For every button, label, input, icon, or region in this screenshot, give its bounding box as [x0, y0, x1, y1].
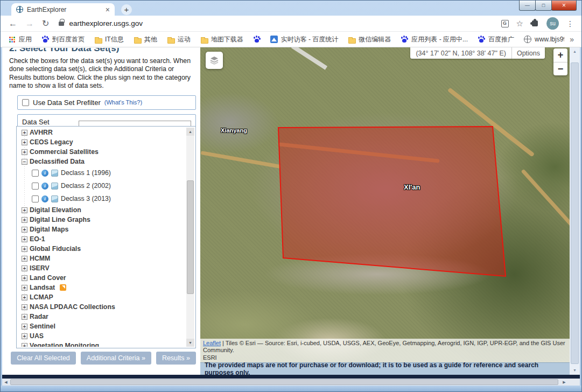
expand-icon[interactable]: + [22, 333, 27, 339]
expand-icon[interactable]: + [22, 256, 27, 262]
expand-icon[interactable]: + [22, 217, 27, 223]
bookmark-item[interactable] [253, 36, 261, 43]
bookmark-star-icon[interactable]: ☆ [516, 19, 523, 29]
info-icon[interactable] [41, 195, 48, 202]
address-bar[interactable]: earthexplorer.usgs.gov [69, 19, 501, 27]
bookmark-item[interactable]: 微信编辑器 [348, 35, 391, 44]
expand-icon[interactable]: + [22, 207, 27, 213]
extensions-icon[interactable] [532, 20, 538, 26]
expand-icon[interactable]: + [22, 304, 27, 310]
browser-tab[interactable]: EarthExplorer × [11, 3, 115, 16]
tree-scroll-down-icon[interactable]: ▼ [186, 339, 194, 347]
reload-icon[interactable]: ↻ [42, 19, 49, 28]
dataset-checkbox[interactable] [32, 170, 39, 177]
tree-scroll-thumb[interactable] [187, 180, 194, 295]
lock-icon[interactable] [59, 22, 64, 26]
tree-category[interactable]: +Vegetation Monitoring [20, 341, 186, 347]
tree-scroll-up-icon[interactable]: ▲ [186, 128, 194, 136]
zoom-out-button[interactable]: − [553, 62, 567, 75]
bookmark-item[interactable]: 应用列表 - 应用中... [401, 35, 468, 44]
results-button[interactable]: Results » [156, 352, 196, 365]
scroll-down-icon[interactable]: ▼ [570, 366, 580, 375]
tree-category[interactable]: +EO-1 [20, 234, 186, 244]
bookmark-item[interactable]: www.lbjs99.com [524, 36, 564, 43]
bookmark-item[interactable]: IT信息 [94, 35, 124, 44]
horizontal-scroll-thumb[interactable] [10, 379, 558, 385]
dataset-thumbnail-icon[interactable] [51, 170, 58, 177]
tree-category[interactable]: +AVHRR [20, 128, 186, 137]
expand-icon[interactable]: + [22, 246, 27, 252]
tree-category[interactable]: +Radar [20, 312, 186, 321]
bookmark-item[interactable]: 到百度首页 [41, 35, 85, 44]
selection-polygon[interactable] [278, 127, 506, 276]
bookmark-item[interactable]: 运动 [167, 35, 191, 44]
browser-menu-icon[interactable]: ⋮ [566, 19, 574, 28]
bookmarks-overflow-icon[interactable]: » [570, 35, 574, 44]
tree-dataset-row[interactable]: Declass 3 (2013) [32, 192, 186, 205]
page-vertical-scrollbar[interactable]: ▲ ▼ [570, 47, 580, 375]
expand-icon[interactable]: + [22, 324, 27, 330]
tree-category[interactable]: +Commercial Satellites [20, 147, 186, 157]
expand-icon[interactable]: + [22, 236, 27, 242]
leaflet-link[interactable]: Leaflet [203, 340, 221, 346]
tree-category[interactable]: +HCMM [20, 254, 186, 263]
info-icon[interactable] [41, 183, 48, 190]
close-button[interactable]: × [551, 1, 577, 11]
tree-category[interactable]: +CEOS Legacy [20, 137, 186, 147]
additional-criteria-button[interactable]: Additional Criteria » [81, 352, 151, 365]
profile-avatar[interactable]: su [546, 17, 559, 30]
dataset-checkbox[interactable] [32, 183, 39, 190]
tree-category[interactable]: +Landsat [20, 283, 186, 292]
map-pane[interactable]: XianyangXI'an (34° 17' 02" N, 108° 38' 4… [200, 47, 570, 375]
dataset-thumbnail-icon[interactable] [51, 183, 58, 190]
tree-dataset-row[interactable]: Declass 2 (2002) [32, 179, 186, 192]
new-tab-button[interactable]: + [121, 4, 132, 15]
bookmark-item[interactable]: 实时访客 - 百度统计 [270, 35, 339, 44]
minimize-button[interactable]: — [519, 1, 536, 11]
info-icon[interactable] [41, 170, 48, 177]
tree-category[interactable]: +Digital Elevation [20, 205, 186, 215]
tree-category[interactable]: +Global Fiducials [20, 244, 186, 254]
expand-icon[interactable]: + [22, 314, 27, 320]
map-imagery[interactable]: XianyangXI'an [200, 47, 570, 362]
expand-icon[interactable]: + [22, 130, 27, 136]
tree-category[interactable]: −Declassified Data [20, 157, 186, 166]
scroll-right-icon[interactable]: ▶ [560, 379, 568, 386]
back-icon[interactable]: ← [9, 19, 17, 28]
layers-control[interactable] [206, 52, 223, 69]
vertical-scroll-thumb[interactable] [571, 62, 579, 364]
expand-icon[interactable]: + [22, 295, 27, 300]
prefilter-checkbox[interactable] [22, 99, 29, 106]
tree-category[interactable]: +Sentinel [20, 321, 186, 331]
forward-icon[interactable]: → [25, 19, 34, 28]
bookmark-item[interactable]: 其他 [134, 35, 157, 44]
tree-category[interactable]: +NASA LPDAAC Collections [20, 302, 186, 312]
bookmark-item[interactable]: 应用 [8, 35, 32, 44]
tree-category[interactable]: +LCMAP [20, 292, 186, 302]
expand-icon[interactable]: + [22, 265, 27, 271]
dataset-thumbnail-icon[interactable] [51, 195, 58, 202]
collapse-icon[interactable]: − [22, 159, 27, 165]
expand-icon[interactable]: + [22, 149, 27, 155]
expand-icon[interactable]: + [22, 343, 27, 347]
tab-close-icon[interactable]: × [106, 6, 110, 13]
tree-category[interactable]: +Land Cover [20, 273, 186, 283]
tree-scrollbar[interactable]: ▲ ▼ [186, 128, 194, 347]
tree-category[interactable]: +Digital Maps [20, 225, 186, 234]
tree-dataset-row[interactable]: Declass 1 (1996) [32, 166, 186, 179]
translate-icon[interactable]: G [501, 20, 509, 27]
tree-category[interactable]: +ISERV [20, 263, 186, 273]
scroll-left-icon[interactable]: ◀ [2, 379, 10, 386]
maximize-button[interactable]: □ [535, 1, 552, 11]
clear-all-selected-button[interactable]: Clear All Selected [11, 352, 76, 365]
whats-this-link[interactable]: (What's This?) [104, 99, 142, 106]
tree-category[interactable]: +Digital Line Graphs [20, 215, 186, 225]
expand-icon[interactable]: + [22, 227, 27, 233]
bookmark-item[interactable]: 百度推广 [478, 35, 514, 44]
expand-icon[interactable]: + [22, 285, 27, 291]
scroll-up-icon[interactable]: ▲ [570, 47, 580, 56]
bookmark-item[interactable]: 地图下载器 [200, 35, 243, 44]
tree-category[interactable]: +UAS [20, 331, 186, 341]
map-options-button[interactable]: Options [511, 47, 545, 59]
page-horizontal-scrollbar[interactable]: ◀ ▶ [2, 379, 580, 386]
